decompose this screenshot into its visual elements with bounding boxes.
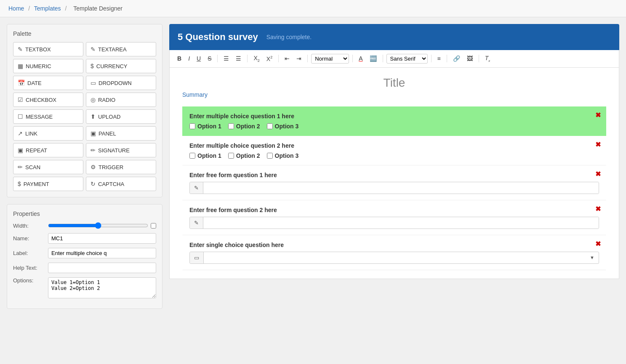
- tb-align[interactable]: ≡: [435, 54, 443, 63]
- palette-captcha[interactable]: ↻ CAPTCHA: [86, 177, 156, 191]
- q5-dropdown-icon[interactable]: ▭: [190, 252, 204, 263]
- options-textarea[interactable]: Value 1=Option 1 Value 2=Option 2: [48, 277, 156, 298]
- q1-option-3[interactable]: Option 3: [267, 123, 299, 130]
- width-checkbox[interactable]: [151, 223, 156, 228]
- q4-text-input[interactable]: [203, 217, 599, 228]
- tb-divider-5: [352, 55, 353, 62]
- palette-repeat-label: REPEAT: [26, 147, 47, 154]
- currency-icon: $: [91, 63, 94, 69]
- q2-checkbox-2[interactable]: [228, 153, 234, 159]
- palette-payment[interactable]: $ PAYMENT: [13, 177, 83, 191]
- name-input[interactable]: [48, 233, 156, 244]
- palette-message[interactable]: ☐ MESSAGE: [13, 109, 83, 124]
- q1-option-2[interactable]: Option 2: [228, 123, 260, 130]
- prop-label-label: Label:: [13, 250, 45, 256]
- question-3-close[interactable]: ✖: [595, 171, 601, 178]
- q1-checkbox-2[interactable]: [228, 123, 234, 129]
- tb-font-color[interactable]: A: [356, 54, 365, 63]
- tb-highlight[interactable]: 🆓: [367, 54, 379, 63]
- tb-font-select[interactable]: Sans Serif Serif Monospace: [386, 54, 428, 64]
- survey-content: B I U S ☰ ☰ X2 X2 ⇤ ⇥ Normal Heading 1 H…: [169, 50, 619, 279]
- upload-icon: ⬆: [91, 113, 96, 120]
- q2-option-2[interactable]: Option 2: [228, 152, 260, 159]
- palette-grid: ✎ TEXTBOX ✎ TEXTAREA ▦ NUMERIC $ CURRENC…: [13, 42, 156, 191]
- palette-panel[interactable]: ▣ PANEL: [86, 126, 156, 141]
- question-1-label[interactable]: Enter multiple choice question 1 here: [189, 113, 599, 120]
- tb-bold[interactable]: B: [175, 54, 184, 63]
- question-5-dropdown-row: ▭ ▼: [189, 252, 599, 264]
- q5-dropdown-select[interactable]: [204, 252, 586, 263]
- tb-ul[interactable]: ☰: [233, 54, 244, 63]
- width-slider[interactable]: [48, 222, 148, 229]
- palette-link[interactable]: ↗ LINK: [13, 126, 83, 141]
- question-2-label[interactable]: Enter multiple choice question 2 here: [189, 142, 599, 149]
- question-2-close[interactable]: ✖: [595, 141, 601, 148]
- q2-checkbox-3[interactable]: [267, 153, 273, 159]
- radio-icon: ◎: [91, 96, 96, 103]
- label-input[interactable]: [48, 248, 156, 258]
- palette-checkbox[interactable]: ☑ CHECKBOX: [13, 93, 83, 107]
- palette-captcha-label: CAPTCHA: [98, 181, 124, 187]
- palette-upload[interactable]: ⬆ UPLOAD: [86, 109, 156, 124]
- tb-divider-4: [307, 55, 308, 62]
- tb-indent-right[interactable]: ⇥: [294, 54, 304, 63]
- question-3-label[interactable]: Enter free form question 1 here: [189, 172, 599, 178]
- question-5-close[interactable]: ✖: [595, 241, 601, 247]
- q3-text-input[interactable]: [203, 182, 599, 194]
- q2-checkbox-1[interactable]: [189, 153, 195, 159]
- signature-icon: ✏: [91, 147, 96, 154]
- date-icon: 📅: [18, 80, 25, 86]
- breadcrumb-templates[interactable]: Templates: [34, 5, 61, 12]
- breadcrumb-home[interactable]: Home: [8, 5, 24, 12]
- tb-link[interactable]: 🔗: [450, 54, 463, 63]
- form-summary[interactable]: Summary: [182, 91, 606, 98]
- q2-option-3[interactable]: Option 3: [267, 152, 299, 159]
- palette-title: Palette: [13, 30, 156, 37]
- palette-signature[interactable]: ✏ SIGNATURE: [86, 143, 156, 157]
- palette-textarea[interactable]: ✎ TEXTAREA: [86, 42, 156, 56]
- palette-scan[interactable]: ✏ SCAN: [13, 160, 83, 174]
- tb-indent-left[interactable]: ⇤: [282, 54, 292, 63]
- q1-checkbox-1[interactable]: [189, 123, 195, 129]
- palette-textbox-label: TEXTBOX: [25, 46, 51, 53]
- message-icon: ☐: [18, 113, 23, 120]
- tb-ol[interactable]: ☰: [221, 54, 232, 63]
- palette-payment-label: PAYMENT: [24, 181, 49, 187]
- tb-italic[interactable]: I: [186, 54, 192, 63]
- tb-superscript[interactable]: X2: [264, 54, 275, 64]
- tb-subscript[interactable]: X2: [251, 53, 262, 64]
- q1-option-1[interactable]: Option 1: [189, 123, 221, 130]
- textbox-icon: ✎: [18, 46, 23, 53]
- numeric-icon: ▦: [18, 63, 23, 69]
- tb-strikethrough[interactable]: S: [205, 54, 214, 63]
- prop-helptext-label: Help Text:: [13, 265, 45, 271]
- tb-format-select[interactable]: Normal Heading 1 Heading 2 Heading 3: [311, 54, 349, 64]
- properties-panel: Properties Width: Name: Label: Help Text…: [7, 204, 162, 309]
- q4-edit-icon[interactable]: ✎: [190, 217, 203, 228]
- tb-divider-6: [383, 55, 383, 62]
- question-4-close[interactable]: ✖: [595, 206, 601, 213]
- palette-repeat[interactable]: ▣ REPEAT: [13, 143, 83, 157]
- question-1-close[interactable]: ✖: [595, 112, 601, 119]
- palette-numeric[interactable]: ▦ NUMERIC: [13, 59, 83, 73]
- tb-divider-3: [278, 55, 279, 62]
- tb-image[interactable]: 🖼: [464, 54, 475, 63]
- palette-panel-label: PANEL: [99, 130, 116, 137]
- form-title[interactable]: Title: [182, 76, 606, 90]
- palette-trigger[interactable]: ⚙ TRIGGER: [86, 160, 156, 174]
- question-4-label[interactable]: Enter free form question 2 here: [189, 207, 599, 213]
- tb-clear-format[interactable]: Tx: [482, 53, 493, 64]
- question-4-block: Enter free form question 2 here ✖ ✎: [182, 200, 606, 235]
- helptext-input[interactable]: [48, 263, 156, 273]
- palette-radio[interactable]: ◎ RADIO: [86, 93, 156, 107]
- question-5-label[interactable]: Enter single choice question here: [189, 242, 599, 248]
- q1-checkbox-3[interactable]: [267, 123, 273, 129]
- palette-date[interactable]: 📅 DATE: [13, 76, 83, 90]
- q2-option-1[interactable]: Option 1: [189, 152, 221, 159]
- palette-textbox[interactable]: ✎ TEXTBOX: [13, 42, 83, 56]
- q3-edit-icon[interactable]: ✎: [190, 182, 203, 194]
- tb-underline[interactable]: U: [194, 54, 203, 63]
- palette-dropdown[interactable]: ▭ DROPDOWN: [86, 76, 156, 90]
- prop-width-row: Width:: [13, 222, 156, 229]
- palette-currency[interactable]: $ CURRENCY: [86, 59, 156, 73]
